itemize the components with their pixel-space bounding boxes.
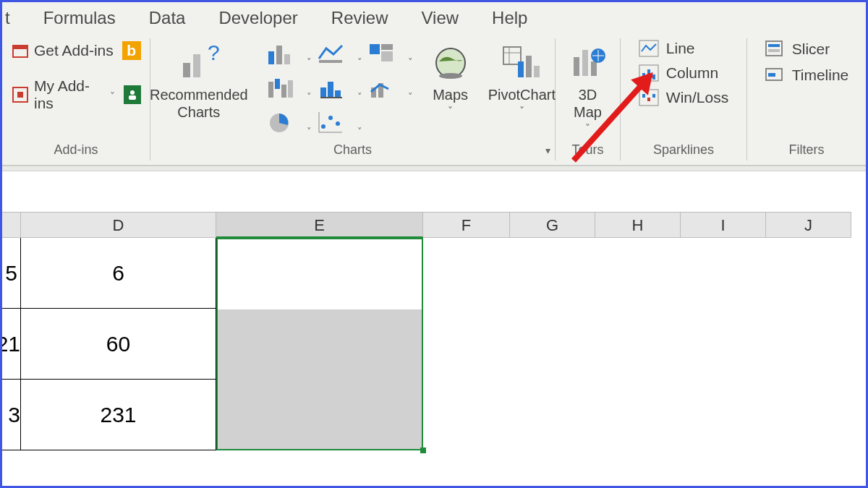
chart-type-grid: ˅ ˅ ˅ ˅ ˅ ˅ ˅ ˅ [267,38,413,138]
recommended-charts-icon: ? [179,40,219,82]
svg-point-27 [321,124,326,129]
recommended-charts-button[interactable]: ? Recommended Charts [150,38,248,121]
my-addins-button[interactable]: My Add-ins [11,77,141,112]
svg-rect-16 [268,82,273,98]
timeline-icon [765,66,785,85]
pie-chart-button[interactable]: ˅ [267,108,312,138]
column-chart-button[interactable]: ˅ [267,38,312,69]
sparkline-winloss-button[interactable]: Win/Loss [639,89,728,106]
ribbon: Get Add-ins b My Add-ins Add-ins ? [2,38,866,166]
svg-rect-13 [370,44,380,54]
tab-review[interactable]: Review [331,8,388,28]
cell-c[interactable]: 21 [2,309,21,380]
svg-rect-42 [591,61,597,76]
selection-fill [218,309,422,450]
svg-rect-19 [288,80,293,98]
cell-e[interactable] [216,238,423,309]
chevron-down-icon[interactable]: ˅ [448,105,453,117]
hierarchy-chart-button[interactable]: ˅ [368,38,413,69]
ribbon-divider [2,166,866,171]
my-addins-label: My Add-ins [34,77,104,112]
table-row: 5 6 [2,238,866,309]
line-chart-button[interactable]: ˅ [318,38,362,69]
svg-rect-7 [193,54,200,77]
svg-rect-38 [526,56,532,77]
table-row: 3 231 [2,380,866,450]
addin-icon [11,85,30,104]
cell-d[interactable]: 231 [21,380,216,450]
slicer-button[interactable]: Slicer [765,40,849,59]
svg-rect-17 [275,79,280,89]
svg-rect-50 [642,94,645,98]
combo-chart-button[interactable]: ˅ [368,73,413,103]
3d-map-button[interactable]: 3D Map ˅ [569,38,607,134]
sparkline-line-button[interactable]: Line [639,40,728,57]
sparkline-column-label: Column [666,64,718,82]
chevron-down-icon[interactable]: ˅ [585,122,590,134]
slicer-icon [765,40,785,59]
tab-partial[interactable]: t [5,8,10,28]
svg-rect-22 [335,90,341,98]
cell-c[interactable]: 5 [2,238,21,309]
worksheet[interactable]: D E F G H I J 5 6 21 60 3 [2,212,866,450]
svg-point-29 [336,121,340,126]
svg-point-28 [328,116,333,120]
tab-formulas[interactable]: Formulas [43,8,116,28]
col-header-f[interactable]: F [423,212,510,238]
map-chart-button-sm[interactable] [368,108,413,138]
col-header-d[interactable]: D [21,212,216,238]
svg-rect-5 [129,95,136,100]
group-label-charts: Charts [333,142,372,158]
svg-rect-3 [17,92,23,98]
svg-rect-54 [768,44,780,47]
tab-developer[interactable]: Developer [218,8,297,28]
col-header-c[interactable] [2,212,21,238]
svg-rect-20 [320,87,326,98]
maps-label: Maps [433,86,468,103]
svg-rect-40 [574,57,579,76]
cell-d[interactable]: 60 [21,309,216,380]
fill-handle[interactable] [420,448,426,453]
chevron-down-icon[interactable]: ˅ [519,105,524,117]
scatter-chart-button[interactable]: ˅ [318,108,362,138]
svg-rect-1 [13,46,27,49]
tab-help[interactable]: Help [492,8,527,28]
pivotchart-button[interactable]: PivotChart ˅ [488,38,556,117]
tab-view[interactable]: View [422,8,459,28]
col-header-h[interactable]: H [595,212,681,238]
group-label-addins: Add-ins [54,142,98,158]
store-icon [11,41,30,60]
group-label-sparklines: Sparklines [653,142,714,158]
col-header-e[interactable]: E [216,212,423,238]
timeline-label: Timeline [792,67,849,84]
cell-d[interactable]: 6 [21,238,216,309]
sparkline-line-icon [639,40,659,57]
svg-rect-51 [647,98,650,101]
tab-data[interactable]: Data [149,8,186,28]
svg-rect-57 [768,73,775,77]
svg-rect-15 [381,51,393,61]
svg-rect-18 [281,85,286,98]
svg-rect-39 [534,66,540,77]
col-header-j[interactable]: J [766,212,851,238]
group-label-filters: Filters [789,142,825,158]
get-addins-button[interactable]: Get Add-ins b [11,41,141,60]
svg-point-33 [439,73,462,79]
timeline-button[interactable]: Timeline [765,66,849,85]
waterfall-chart-button[interactable]: ˅ [267,73,312,103]
statistic-chart-button[interactable]: ˅ [318,73,362,103]
col-header-g[interactable]: G [510,212,595,238]
dialog-launcher-icon[interactable]: ▾ [545,145,550,156]
pivotchart-label: PivotChart [488,86,556,103]
people-graph-icon [124,85,141,104]
svg-rect-9 [268,51,274,64]
chevron-down-icon[interactable] [109,86,115,103]
sparkline-line-label: Line [666,40,695,57]
sparkline-winloss-label: Win/Loss [666,89,728,106]
cell-c[interactable]: 3 [2,380,21,450]
col-header-i[interactable]: I [681,212,766,238]
maps-button[interactable]: Maps ˅ [432,38,469,117]
svg-rect-11 [284,54,290,64]
svg-rect-53 [766,41,782,56]
svg-rect-41 [582,50,588,76]
